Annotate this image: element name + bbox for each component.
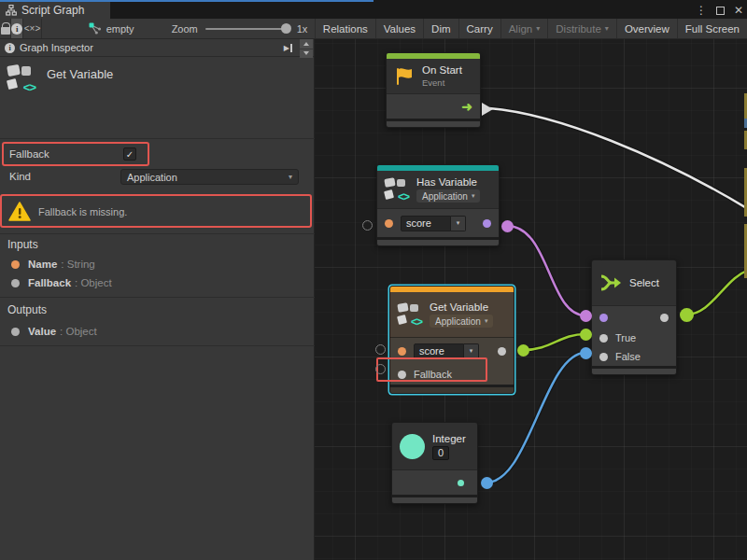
window-menu-icon[interactable]: ⋮ (696, 5, 707, 16)
scroll-up-button[interactable] (300, 39, 313, 49)
relations-button[interactable]: Relations (316, 19, 376, 38)
chevron-down-icon: ▾ (472, 192, 475, 200)
select-merge-icon (599, 273, 622, 292)
input-port-row: Fallback : Object (0, 275, 315, 290)
node-title: Get Variable (430, 301, 493, 313)
chevron-down-icon: ▾ (536, 24, 540, 33)
node-on-start[interactable]: On Start Event ➜ (386, 52, 481, 128)
info-icon: i (11, 23, 22, 35)
zoom-label: Zoom (172, 23, 198, 35)
wire-endpoint-dot (501, 220, 514, 232)
node-integer[interactable]: Integer 0 (391, 422, 478, 504)
full-screen-button[interactable]: Full Screen (678, 19, 747, 38)
port-type: : String (61, 259, 94, 270)
false-input-port[interactable] (599, 353, 608, 361)
chevron-down-icon: ▾ (485, 317, 488, 325)
kind-dropdown[interactable]: Application ▾ (416, 189, 480, 203)
wire-endpoint-dot (517, 344, 529, 357)
graph-canvas[interactable]: On Start Event ➜ <> H (315, 39, 747, 560)
port-name: Value (28, 326, 56, 337)
hidden-port-ring[interactable] (375, 344, 386, 355)
dock-window-icon[interactable]: ▶ (284, 44, 292, 52)
inspector-header: i Graph Inspector ▶ (0, 39, 314, 57)
node-select[interactable]: Select True False (591, 259, 677, 375)
node-subtitle: Event (422, 77, 462, 88)
inspector-title: Graph Inspector (20, 42, 279, 53)
true-port-label: True (615, 332, 636, 343)
kind-dropdown[interactable]: Application ▾ (120, 169, 299, 185)
bool-output-port[interactable] (483, 219, 491, 228)
value-output-port[interactable] (498, 347, 506, 356)
integer-output-port[interactable] (458, 480, 464, 486)
true-input-port[interactable] (599, 334, 608, 343)
string-port-icon (11, 260, 20, 269)
input-port-row: Name : String (0, 257, 315, 272)
flow-connection-arrow (482, 103, 493, 116)
divider (0, 345, 315, 346)
scroll-down-button[interactable] (300, 49, 313, 59)
node-title: Select (629, 277, 659, 288)
script-graph-icon (6, 5, 17, 16)
panel-scroll-arrows (300, 39, 313, 58)
close-icon[interactable]: ✕ (734, 5, 743, 16)
node-title: Has Variable (416, 176, 480, 188)
distribute-button[interactable]: Distribute▾ (548, 19, 617, 38)
divider (0, 297, 315, 298)
variable-name-field[interactable]: score (401, 216, 451, 231)
carry-button[interactable]: Carry (459, 19, 501, 38)
kind-dropdown[interactable]: Application ▾ (430, 315, 493, 328)
node-has-variable[interactable]: <> Has Variable Application ▾ score ▾ (376, 164, 500, 246)
overview-button[interactable]: Overview (617, 19, 678, 38)
tab-script-graph[interactable]: Script Graph (0, 2, 110, 19)
dim-button[interactable]: Dim (424, 19, 458, 38)
maximize-icon[interactable] (716, 7, 725, 15)
object-port-icon (11, 279, 20, 287)
port-name: Name (28, 259, 57, 270)
fallback-port-highlight-box (376, 357, 487, 382)
port-type: : Object (75, 277, 112, 288)
window-controls: ⋮ ✕ (696, 2, 743, 19)
warning-highlight-box (0, 194, 312, 228)
hidden-port-ring[interactable] (362, 220, 373, 231)
integer-icon (400, 434, 425, 459)
wire-endpoint-dot (580, 347, 592, 359)
kind-label: Kind (9, 171, 31, 182)
object-port-icon (11, 328, 20, 336)
code-view-button[interactable]: <×> (23, 19, 41, 38)
output-port-row: Value : Object (0, 324, 315, 339)
wire-select-output (686, 270, 747, 315)
zoom-slider[interactable] (205, 28, 288, 30)
graph-reference-chip[interactable]: empty (81, 19, 142, 38)
values-button[interactable]: Values (376, 19, 424, 38)
divider (0, 138, 315, 139)
condition-input-port[interactable] (599, 314, 608, 322)
graph-reference-icon (89, 22, 102, 35)
align-button[interactable]: Align▾ (501, 19, 549, 38)
flag-icon (394, 66, 415, 87)
hidden-port-ring[interactable] (375, 364, 386, 374)
selection-output-port[interactable] (660, 314, 669, 322)
integer-value-field[interactable]: 0 (432, 446, 449, 460)
node-footer (390, 385, 514, 393)
lock-button[interactable] (0, 19, 11, 38)
inspected-unit-header: <> Get Variable (7, 64, 113, 92)
inputs-header: Inputs (7, 238, 38, 251)
node-footer (392, 495, 477, 503)
node-footer (592, 366, 676, 374)
false-port-label: False (615, 351, 641, 362)
variable-picker-button[interactable]: ▾ (464, 343, 479, 359)
variable-picker-button[interactable]: ▾ (451, 216, 466, 231)
wire-layer (315, 39, 747, 560)
inspector-toggle-button[interactable]: i (11, 19, 23, 38)
node-footer (377, 237, 499, 245)
name-input-port[interactable] (398, 347, 406, 356)
flow-output-port[interactable]: ➜ (461, 100, 472, 113)
name-input-port[interactable] (385, 219, 393, 228)
wire-endpoint-dot (580, 310, 592, 322)
port-name: Fallback (28, 277, 71, 288)
zoom-slider-handle[interactable] (281, 23, 291, 34)
variable-name-field[interactable]: score (414, 343, 464, 359)
outputs-header: Outputs (7, 303, 47, 316)
wire-endpoint-dot (481, 477, 493, 489)
chevron-down-icon: ▾ (289, 173, 292, 181)
